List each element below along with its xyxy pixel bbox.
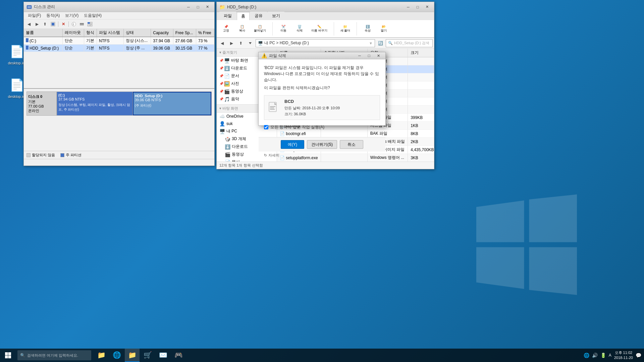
toolbar-btn-x[interactable]: ✕ — [60, 20, 67, 28]
col-capacity[interactable]: Capacity — [151, 29, 173, 37]
addr-refresh[interactable]: 🔄 — [376, 39, 384, 47]
tab-file[interactable]: 파일 — [219, 12, 236, 20]
cell-free-0: 27.66 GB — [173, 37, 196, 45]
explorer-close[interactable]: ✕ — [423, 4, 431, 10]
col-free[interactable]: Free Sp... — [173, 29, 196, 37]
vol-table-row-1[interactable]: HDD_Setup (D:) 단순 기본 NTFS 정상 (주 ... 39.0… — [24, 45, 214, 52]
partition-c-label: (C:) — [58, 93, 131, 97]
disk-volume-table: 볼륨 레이아웃 형식 파일 시스템 상태 Capacity Free Sp...… — [24, 29, 214, 89]
taskbar-apps: 📁 🌐 📁 🛒 ✉️ 🎮 — [94, 349, 186, 362]
col-layout[interactable]: 레이아웃 — [63, 29, 84, 37]
file-size-12: 3KB — [408, 154, 434, 162]
svg-rect-21 — [8, 356, 11, 359]
dialog-file-size: 크기: 36.0KB — [284, 111, 340, 117]
menu-action[interactable]: 동작(A) — [44, 12, 62, 19]
cell-type-0: 기본 — [84, 37, 97, 45]
disk0-type: 기본 — [28, 99, 55, 104]
toolbar-btn3[interactable] — [78, 20, 86, 28]
taskbar-app-files[interactable]: 📁 — [125, 349, 140, 362]
ribbon-paste[interactable]: 📋 붙여넣기 — [252, 23, 268, 35]
dialog-close[interactable]: ✕ — [374, 52, 383, 59]
toolbar-btn1[interactable] — [49, 20, 57, 28]
menu-help[interactable]: 도움말(H) — [81, 12, 104, 19]
col-status[interactable]: 상태 — [123, 29, 151, 37]
legend-unalloc-label: 할당되지 않음 — [32, 153, 55, 158]
col-type[interactable]: 형식 — [84, 29, 97, 37]
disk-mgmt-close[interactable]: ✕ — [203, 4, 212, 10]
taskbar-app-game[interactable]: 🎮 — [171, 349, 186, 362]
taskbar-clock[interactable]: 오후 11:02 2018-11-20 — [614, 350, 633, 361]
sidebar-icon-5: 🎬 — [224, 89, 230, 94]
toolbar-up[interactable]: ⬆ — [41, 20, 49, 28]
ribbon-properties[interactable]: ℹ️ 속성 — [361, 23, 374, 35]
ribbon-delete[interactable]: 🗑️ 삭제 — [293, 23, 306, 35]
cell-volume-0: (C:) — [24, 37, 63, 45]
explorer-maximize[interactable]: □ — [413, 4, 422, 10]
taskbar-search-placeholder: 검색하려면 여기에 입력하세요. — [27, 353, 78, 358]
ribbon-copy[interactable]: 📋 복사 — [235, 23, 249, 35]
pin-icon-2: 📌 — [219, 66, 223, 70]
dialog-checkbox-label[interactable]: 모든 항목에 같은 작업 실행(A) — [270, 124, 324, 130]
address-path[interactable]: 🖥️ 내 PC > HDD_Setup (D:) ▼ — [256, 39, 375, 47]
ribbon-tabs: 파일 홈 공유 보기 — [217, 12, 434, 20]
start-button[interactable] — [0, 349, 16, 362]
dialog-checkbox-input[interactable] — [264, 125, 268, 129]
sidebar-label-6: 음악 — [231, 96, 239, 102]
file-size-4 — [408, 89, 434, 98]
ribbon-rename[interactable]: ✏️ 이름 바꾸기 — [309, 23, 330, 35]
dialog-cancel-button[interactable]: 취소 — [340, 140, 363, 149]
svg-rect-8 — [88, 22, 90, 24]
taskbar-app-store[interactable]: 🛒 — [140, 349, 155, 362]
vol-table-row-0[interactable]: (C:) 단순 기본 NTFS 정상 (시스... 37.94 GB 27.66… — [24, 37, 214, 45]
cell-volume-1: HDD_Setup (D:) — [24, 45, 63, 52]
toolbar-back[interactable]: ◀ — [25, 20, 33, 28]
toolbar-btn4[interactable] — [86, 20, 94, 28]
tab-share[interactable]: 공유 — [250, 12, 267, 20]
dialog-yes-button[interactable]: 예(Y) — [281, 140, 304, 149]
partition-hdd-size: 39.06 GB NTFS — [135, 98, 209, 102]
sidebar-icon-od: ☁️ — [219, 114, 225, 119]
sidebar-label-5: 동영상 — [231, 88, 243, 94]
menu-file[interactable]: 파일(F) — [25, 12, 44, 19]
explorer-minimize[interactable]: ─ — [404, 4, 413, 10]
dialog-skip-button[interactable]: 건너뛰기(S) — [307, 140, 337, 149]
ribbon-newfolder[interactable]: 📁 새 폴더 — [338, 23, 353, 35]
taskbar-notification-icon[interactable]: 💬 — [636, 353, 641, 358]
disk-legend: 할당되지 않음 주 파티션 — [24, 151, 214, 159]
dialog-expand[interactable]: ↻ 자세히 — [259, 152, 385, 159]
file-size-10: 2KB — [408, 138, 434, 146]
partition-hdd-desc: (주 파티션) — [135, 103, 209, 108]
ribbon-move[interactable]: ✂️ 이동 — [277, 23, 290, 35]
col-pct[interactable]: % Free — [196, 29, 214, 37]
taskbar-app-explorer[interactable]: 📁 — [94, 349, 109, 362]
col-volume[interactable]: 볼륨 — [24, 29, 63, 37]
desktop: 📄 desktop.ini 📄 desktop.ini 디스크 관리 ─ □ ✕ — [0, 0, 644, 362]
dialog-titlebar: ⚠️ 파일 삭제 ─ □ ✕ — [259, 52, 385, 59]
tab-home[interactable]: 홈 — [237, 12, 250, 20]
dialog-minimize[interactable]: ─ — [355, 52, 364, 59]
addr-recent[interactable] — [246, 39, 254, 47]
partition-c[interactable]: (C:) 37.94 GB NTFS 정상 (시스템, 부팅, 페이지 파일, … — [57, 92, 133, 115]
toolbar-forward[interactable]: ▶ — [33, 20, 41, 28]
toolbar-btn2[interactable]: i — [70, 20, 77, 28]
dialog-maximize[interactable]: □ — [365, 52, 373, 59]
partition-hdd[interactable]: HDD_Setup (D:) 39.06 GB NTFS (주 파티션) — [133, 92, 211, 115]
col-size[interactable]: 크기 — [408, 49, 434, 57]
addr-forward[interactable]: ▶ — [227, 39, 235, 47]
taskbar-app-mail[interactable]: ✉️ — [156, 349, 170, 362]
tab-view[interactable]: 보기 — [268, 12, 284, 20]
address-search[interactable]: 🔍 HDD_Setup (D:) 검색 — [386, 39, 433, 47]
taskbar-app-ie[interactable]: 🌐 — [109, 349, 124, 362]
ribbon-pin[interactable]: 📌 고정 — [219, 23, 233, 35]
taskbar-search-bar[interactable]: 🔍 검색하려면 여기에 입력하세요. — [17, 350, 91, 360]
disk-mgmt-title: 디스크 관리 — [34, 4, 184, 10]
col-fs[interactable]: 파일 시스템 — [97, 29, 124, 37]
addr-up[interactable]: ⬆ — [237, 39, 245, 47]
disk-mgmt-maximize[interactable]: □ — [194, 4, 202, 10]
partition-c-desc: 정상 (시스템, 부팅, 페이지 파일, 활성, 크래시 덤프, 주 파티션) — [58, 103, 131, 112]
disk-mgmt-minimize[interactable]: ─ — [184, 4, 193, 10]
menu-view[interactable]: 보기(V) — [62, 12, 81, 19]
svg-rect-17 — [270, 109, 275, 110]
addr-back[interactable]: ◀ — [218, 39, 226, 47]
ribbon-open[interactable]: 📂 열기 — [377, 23, 390, 35]
